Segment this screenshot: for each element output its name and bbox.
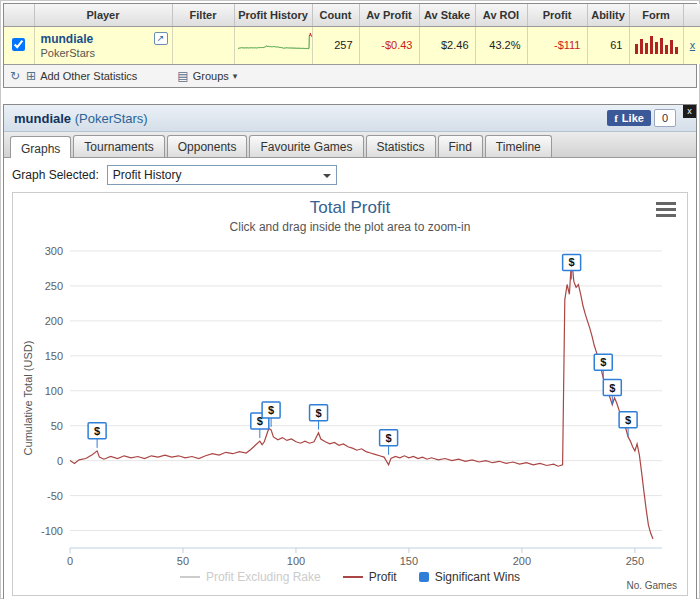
header-filter[interactable]: Filter [172,4,234,26]
remove-row-link[interactable]: x [684,39,700,51]
profit-cell: -$111 [527,26,587,64]
header-player[interactable]: Player [34,4,172,26]
profit-sparkline [235,31,313,57]
svg-text:50: 50 [177,555,189,567]
chevron-down-icon: ▾ [233,71,238,81]
count-cell: 257 [312,26,359,64]
graph-selected-label: Graph Selected: [12,168,99,182]
svg-text:-50: -50 [47,490,63,502]
add-statistics-label: Add Other Statistics [40,70,137,82]
ability-cell: 61 [587,26,629,64]
header-form[interactable]: Form [629,4,683,26]
player-name-link[interactable]: mundiale [41,32,94,46]
header-checkbox-col [4,4,34,26]
add-icon: ⊞ [26,69,36,83]
tab-opponents[interactable]: Opponents [167,135,248,157]
svg-text:$: $ [625,414,631,426]
svg-text:150: 150 [45,350,63,362]
header-av-stake[interactable]: Av Stake [419,4,475,26]
svg-text:$: $ [600,356,606,368]
svg-text:50: 50 [51,420,63,432]
header-ability[interactable]: Ability [587,4,629,26]
tab-tournaments[interactable]: Tournaments [73,135,164,157]
legend-item-significant-wins[interactable]: Significant Wins [419,570,520,584]
player-detail-panel: x mundiale (PokerStars) f Like 0 Graphs … [3,104,697,599]
legend-label: Significant Wins [435,570,520,584]
panel-header: mundiale (PokerStars) f Like 0 [4,105,696,132]
profit-chart[interactable]: -100-50050100150200250300050100150200250… [22,236,678,570]
svg-text:$: $ [315,407,321,419]
form-bars [630,36,683,54]
legend-line-swatch [180,576,200,578]
svg-text:$: $ [569,256,575,268]
player-cell: mundiale ↗ PokerStars [34,26,172,64]
close-panel-button[interactable]: x [683,105,696,118]
svg-text:-100: -100 [41,525,63,537]
panel-title: mundiale (PokerStars) [14,111,148,126]
header-remove-col [683,4,700,26]
header-av-profit[interactable]: Av Profit [359,4,419,26]
y-axis-title: Cumulative Total (USD) [22,318,36,478]
av-profit-cell: -$0.43 [359,26,419,64]
player-site-label: PokerStars [41,47,168,59]
panel-site-name: (PokerStars) [75,111,148,126]
header-count[interactable]: Count [312,4,359,26]
graph-selector-row: Graph Selected: Profit History [4,158,696,192]
groups-icon: ▤ [177,69,188,83]
legend-label: Profit Excluding Rake [206,570,321,584]
refresh-icon[interactable]: ↻ [10,69,20,83]
tab-statistics[interactable]: Statistics [366,135,436,157]
like-label: Like [622,112,644,124]
facebook-like-button[interactable]: f Like [607,110,651,126]
filter-cell [172,26,234,64]
tab-find[interactable]: Find [438,135,483,157]
svg-text:0: 0 [67,555,73,567]
legend-box-swatch [419,572,429,582]
graph-select[interactable]: Profit History [107,165,337,185]
legend-item-profit[interactable]: Profit [343,570,397,584]
form-cell [629,26,683,64]
svg-text:200: 200 [513,555,531,567]
svg-text:100: 100 [287,555,305,567]
profit-history-cell [234,26,312,64]
chart-title: Total Profit [13,198,687,218]
player-table-panel: Player Filter Profit History Count Av Pr… [3,3,697,88]
chart-menu-icon[interactable] [656,202,676,217]
x-axis-title: No. Games [626,580,677,591]
av-roi-cell: 43.2% [475,26,527,64]
page: Player Filter Profit History Count Av Pr… [0,0,700,599]
header-av-roi[interactable]: Av ROI [475,4,527,26]
results-table: Player Filter Profit History Count Av Pr… [4,4,700,64]
table-footer: ↻ ⊞ Add Other Statistics ▤ Groups ▾ [4,64,696,87]
svg-text:200: 200 [45,315,63,327]
legend-label: Profit [369,570,397,584]
chart-container: Total Profit Click and drag inside the p… [12,192,688,596]
like-count-badge: 0 [654,109,676,127]
svg-text:$: $ [268,404,274,416]
svg-text:$: $ [609,382,615,394]
row-checkbox[interactable] [12,38,25,51]
chart-subtitle: Click and drag inside the plot area to z… [13,220,687,234]
av-stake-cell: $2.46 [419,26,475,64]
header-profit-history[interactable]: Profit History [234,4,312,26]
remove-cell: x [683,26,700,64]
facebook-like-widget: f Like 0 [607,109,676,127]
svg-text:$: $ [386,432,392,444]
tab-timeline[interactable]: Timeline [485,135,552,157]
header-profit[interactable]: Profit [527,4,587,26]
chart-legend: Profit Excluding Rake Profit Significant… [13,570,687,584]
tab-favourite-games[interactable]: Favourite Games [249,135,363,157]
svg-text:150: 150 [400,555,418,567]
table-row: mundiale ↗ PokerStars 257 -$0.43 $2.46 4… [4,26,700,64]
svg-text:250: 250 [626,555,644,567]
groups-button[interactable]: ▤ Groups ▾ [177,69,237,83]
table-header-row: Player Filter Profit History Count Av Pr… [4,4,700,26]
tab-graphs[interactable]: Graphs [10,136,71,158]
facebook-icon: f [614,112,618,124]
player-notes-icon[interactable]: ↗ [154,32,168,45]
svg-text:100: 100 [45,385,63,397]
legend-item-profit-excluding-rake[interactable]: Profit Excluding Rake [180,570,321,584]
add-statistics-button[interactable]: ⊞ Add Other Statistics [26,69,137,83]
panel-player-name: mundiale [14,111,71,126]
svg-text:$: $ [94,425,100,437]
